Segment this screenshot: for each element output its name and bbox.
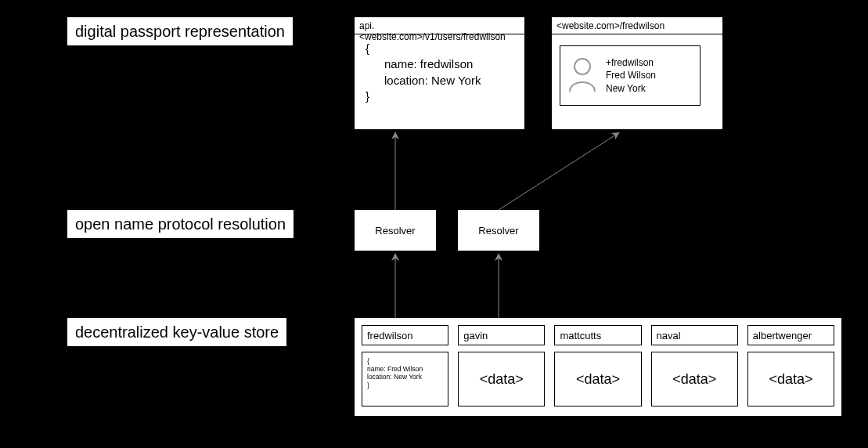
store-col: mattcutts<data> [554,325,641,409]
store-col: albertwenger<data> [747,325,834,409]
api-line-name: name: fredwilson [366,56,513,72]
profile-handle: +fredwilson [606,56,656,69]
brace-open: { [366,41,513,56]
store-key: naval [651,325,738,345]
store-key: fredwilson [362,325,448,345]
person-icon [567,56,598,96]
kv-store: fredwilson{ name: Fred Wilson location: … [355,318,841,416]
store-val: <data> [747,352,834,406]
resolver-right: Resolver [458,210,539,251]
store-col: gavin<data> [458,325,545,409]
api-line-location: location: New York [366,73,513,89]
store-key: gavin [458,325,545,345]
store-val: <data> [458,352,545,406]
store-col: naval<data> [651,325,738,409]
svg-line-2 [499,133,618,210]
profile-location: New York [606,82,656,95]
api-url: api.<website.com>/v1/users/fredwilson [355,17,524,34]
store-key: albertwenger [747,325,834,345]
label-passport: digital passport representation [67,17,293,45]
label-protocol: open name protocol resolution [67,210,294,238]
api-body: { name: fredwilson location: New York } [355,34,524,110]
store-col: fredwilson{ name: Fred Wilson location: … [362,325,448,409]
store-key: mattcutts [554,325,641,345]
svg-point-0 [574,59,590,74]
store-val: <data> [554,352,641,406]
profile-url: <website.com>/fredwilson [552,17,722,34]
api-card: api.<website.com>/v1/users/fredwilson { … [355,17,524,129]
brace-close: } [366,89,513,104]
profile-inner: +fredwilson Fred Wilson New York [560,45,701,106]
store-val: { name: Fred Wilson location: New York } [362,352,448,406]
label-store: decentralized key-value store [67,318,286,346]
profile-card: <website.com>/fredwilson +fredwilson Fre… [552,17,722,129]
resolver-left: Resolver [355,210,436,251]
store-val: <data> [651,352,738,406]
profile-name: Fred Wilson [606,69,656,81]
